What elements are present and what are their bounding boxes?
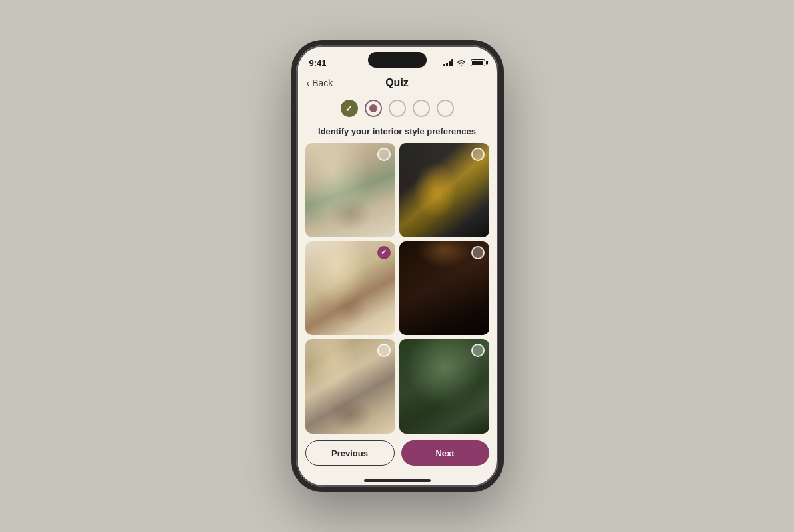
step-4[interactable] [413, 100, 430, 117]
selection-circle-6[interactable] [471, 344, 485, 357]
screen-title: Quiz [385, 77, 409, 89]
image-grid [296, 143, 498, 434]
step-5[interactable] [437, 100, 454, 117]
step-1[interactable]: ✓ [341, 100, 358, 117]
step-2[interactable] [365, 100, 382, 117]
previous-button[interactable]: Previous [305, 440, 395, 466]
selection-circle-3[interactable] [377, 246, 391, 259]
question-text: Identify your interior style preferences [296, 122, 498, 143]
step-active-dot [369, 104, 377, 112]
nav-bar: ‹ Back Quiz [296, 74, 498, 94]
selection-circle-2[interactable] [471, 148, 485, 161]
battery-icon [471, 59, 485, 66]
back-chevron-icon: ‹ [307, 78, 310, 88]
selection-circle-4[interactable] [471, 246, 485, 259]
dynamic-island [368, 52, 427, 68]
image-card-4[interactable] [399, 241, 489, 336]
check-icon: ✓ [345, 104, 353, 114]
bottom-nav: Previous Next [296, 434, 498, 475]
status-time: 9:41 [309, 58, 327, 68]
signal-icon [443, 59, 453, 66]
home-bar [364, 479, 431, 482]
phone-frame: 9:41 ‹ Back Quiz ✓ [291, 40, 504, 492]
progress-row: ✓ [296, 94, 498, 122]
home-indicator [296, 475, 498, 487]
status-icons [443, 59, 485, 66]
back-button[interactable]: ‹ Back [307, 78, 333, 88]
image-card-1[interactable] [305, 143, 395, 237]
selection-circle-1[interactable] [377, 148, 391, 161]
wifi-icon [457, 59, 466, 66]
selection-circle-5[interactable] [377, 344, 391, 357]
next-button[interactable]: Next [401, 440, 489, 466]
back-label: Back [312, 78, 333, 88]
image-card-3[interactable] [305, 241, 395, 336]
image-card-6[interactable] [399, 339, 489, 434]
image-card-5[interactable] [305, 339, 395, 434]
step-3[interactable] [389, 100, 406, 117]
image-card-2[interactable] [399, 143, 489, 237]
